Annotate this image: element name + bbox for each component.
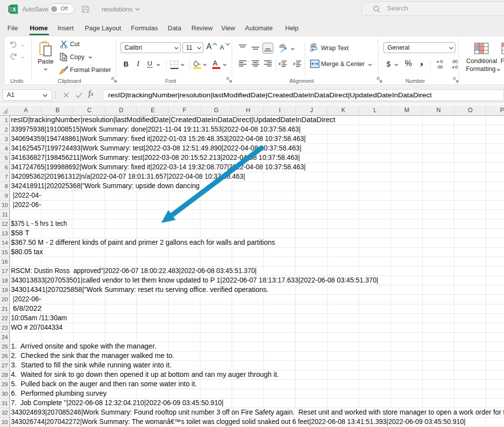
svg-text:X: X [12, 6, 16, 12]
